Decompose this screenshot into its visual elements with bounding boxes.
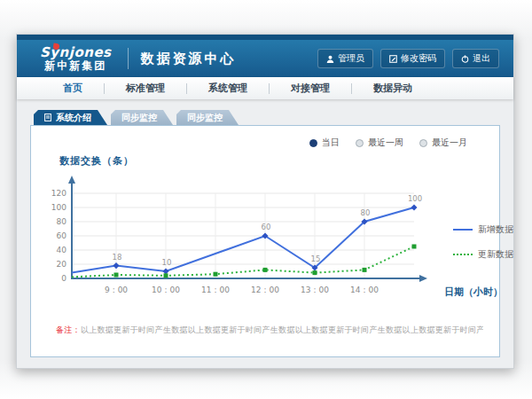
tab-system-intro[interactable]: 系统介绍 (34, 110, 107, 125)
svg-text:13：00: 13：00 (301, 286, 329, 294)
nav-item-data-change[interactable]: 数据异动 (352, 82, 434, 95)
solid-line-swatch (453, 229, 473, 231)
admin-user-button[interactable]: 管理员 (317, 49, 373, 68)
footnote-prefix: 备注： (56, 325, 81, 334)
brand: Synjones 新中新集团 数据资源中心 (40, 46, 237, 72)
document-icon (44, 113, 51, 121)
content-area: 系统介绍 同步监控 同步监控 当日 最近一周 (17, 99, 513, 357)
legend-item-new-data[interactable]: 新增数据 (453, 223, 513, 236)
header-divider (128, 48, 129, 69)
svg-text:100: 100 (51, 203, 66, 212)
nav-item-integration-management[interactable]: 对接管理 (270, 82, 351, 95)
svg-text:15: 15 (311, 254, 321, 263)
radio-today-dot (309, 139, 317, 147)
line-chart: 0204060801001209：0010：0011：0012：0013：001… (38, 172, 517, 323)
change-password-button[interactable]: 修改密码 (380, 49, 445, 68)
svg-text:80: 80 (57, 217, 67, 226)
radio-last-month-label: 最近一月 (432, 137, 467, 149)
svg-text:80: 80 (361, 208, 371, 217)
footnote: 备注：以上数据更新于时间产生数据以上数据更新于时间产生数据以上数据更新于时间产生… (56, 325, 483, 336)
tab-sync-monitor-1[interactable]: 同步监控 (111, 110, 173, 125)
user-icon (326, 55, 334, 63)
svg-text:100: 100 (408, 194, 422, 203)
radio-today[interactable]: 当日 (309, 137, 340, 149)
logo-text-cn: 新中新集团 (40, 59, 112, 72)
chart-canvas: 0204060801001209：0010：0011：0012：0013：001… (38, 172, 446, 305)
x-axis-title: 日期（小时） (444, 286, 503, 299)
tab-system-intro-label: 系统介绍 (56, 112, 91, 124)
svg-text:11：00: 11：00 (201, 286, 230, 294)
svg-text:9：00: 9：00 (105, 286, 128, 294)
admin-user-label: 管理员 (338, 52, 364, 65)
time-range-filter: 当日 最近一周 最近一月 (309, 137, 467, 149)
tab-sync-monitor-1-label: 同步监控 (121, 112, 157, 124)
legend-new-data-label: 新增数据 (478, 223, 513, 236)
svg-text:40: 40 (57, 246, 67, 254)
footnote-text: 以上数据更新于时间产生数据以上数据更新于时间产生数据以上数据更新于时间产生数据以… (81, 325, 483, 334)
svg-text:60: 60 (57, 231, 67, 240)
radio-last-week[interactable]: 最近一周 (356, 137, 403, 149)
tab-sync-monitor-2-label: 同步监控 (187, 112, 223, 124)
svg-text:10: 10 (162, 258, 172, 267)
radio-last-month-dot (419, 139, 427, 147)
logo-text-en: Synjones (40, 46, 112, 59)
svg-text:18: 18 (113, 253, 122, 262)
company-logo: Synjones 新中新集团 (40, 46, 115, 72)
tab-sync-monitor-2[interactable]: 同步监控 (176, 110, 239, 125)
change-password-label: 修改密码 (401, 52, 436, 65)
logout-label: 退出 (473, 52, 490, 65)
legend-item-updated-data[interactable]: 更新数据 (453, 248, 513, 261)
header-actions: 管理员 修改密码 退出 (317, 49, 499, 68)
svg-text:12：00: 12：00 (251, 286, 279, 294)
dotted-line-swatch (453, 254, 473, 255)
svg-text:10：00: 10：00 (152, 286, 180, 294)
chart-legend: 新增数据 更新数据 (453, 223, 513, 261)
power-icon (461, 55, 469, 63)
nav-item-system-management[interactable]: 系统管理 (187, 82, 269, 95)
svg-text:14：00: 14：00 (350, 286, 379, 294)
app-window: Synjones 新中新集团 数据资源中心 管理员 修改密码 (16, 34, 514, 369)
radio-last-month[interactable]: 最近一月 (419, 137, 467, 149)
y-axis-title: 数据交换（条） (59, 154, 134, 168)
logout-button[interactable]: 退出 (452, 49, 499, 68)
app-header: Synjones 新中新集团 数据资源中心 管理员 修改密码 (17, 40, 513, 77)
legend-updated-data-label: 更新数据 (478, 248, 513, 261)
chart-panel: 当日 最近一周 最近一月 数据交换（条） 0204060801001209：00… (30, 125, 500, 357)
radio-last-week-label: 最近一周 (368, 137, 403, 149)
nav-item-standard-management[interactable]: 标准管理 (105, 82, 186, 95)
svg-text:60: 60 (262, 223, 271, 231)
svg-text:0: 0 (61, 274, 66, 283)
edit-icon (389, 55, 397, 63)
radio-last-week-dot (356, 139, 364, 147)
tab-bar: 系统介绍 同步监控 同步监控 (30, 110, 500, 125)
svg-text:120: 120 (51, 189, 66, 198)
main-nav: 首页 标准管理 系统管理 对接管理 数据异动 (17, 77, 513, 99)
nav-item-home[interactable]: 首页 (42, 82, 104, 95)
page-title: 数据资源中心 (141, 51, 237, 67)
radio-today-label: 当日 (322, 137, 340, 149)
svg-text:20: 20 (57, 260, 67, 269)
